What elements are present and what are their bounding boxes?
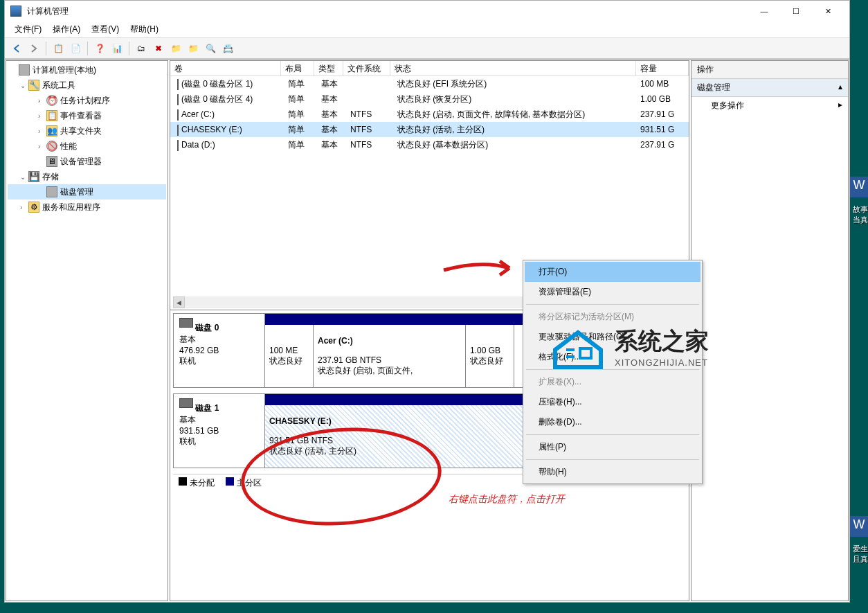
menu-help[interactable]: 帮助(H) [125,21,164,37]
tree-label: 服务和应用程序 [42,202,100,213]
more-actions-label: 更多操作 [711,100,744,112]
tree-shared-folders[interactable]: ›👥 共享文件夹 [8,123,166,139]
chevron-right-icon: ▸ [838,100,842,112]
menu-file[interactable]: 文件(F) [9,21,47,37]
maximize-button[interactable]: ☐ [780,1,812,21]
perf-icon: 🚫 [46,141,57,152]
tree-storage[interactable]: ⌄💾 存储 [8,169,166,184]
col-filesystem[interactable]: 文件系统 [343,61,390,75]
ctx-help[interactable]: 帮助(H) [525,462,700,482]
tree-label: 系统工具 [42,80,75,91]
toolbar-icon[interactable]: 📋 [51,41,66,56]
toolbar-icon[interactable]: 📄 [68,41,83,56]
ctx-properties[interactable]: 属性(P) [525,437,700,457]
actions-section[interactable]: 磁盘管理 ▴ [691,79,848,97]
watermark: 系统之家 XITONGZHIJIA.NET [548,322,709,371]
tree-root-label: 计算机管理(本地) [33,64,96,76]
toolbar-icon[interactable]: 📁 [186,41,201,56]
volume-row[interactable]: CHASESKY (E:)简单基本NTFS状态良好 (活动, 主分区)931.5… [170,122,689,137]
navigation-tree[interactable]: 计算机管理(本地) ⌄🔧 系统工具 ›⏰ 任务计划程序 ›📋 事件查看器 ›👥 … [6,60,168,601]
tree-event-viewer[interactable]: ›📋 事件查看器 [8,108,166,123]
actions-section-label: 磁盘管理 [697,82,730,94]
toolbar: 📋 📄 ❓ 📊 🗂 ✖ 📁 📁 🔍 📇 [5,38,849,59]
toolbar-icon[interactable]: 📊 [109,41,125,56]
tree-label: 任务计划程序 [60,95,110,107]
title-bar: 计算机管理 — ☐ ✕ [5,1,849,21]
disk-icon [179,398,193,408]
tree-performance[interactable]: ›🚫 性能 [8,139,166,154]
desktop-icon-label-2: 爱生 [853,544,868,554]
col-volume[interactable]: 卷 [170,61,281,75]
toolbar-icon[interactable]: 📇 [220,41,235,56]
tree-device-manager[interactable]: 🖥 设备管理器 [8,154,166,169]
tree-services[interactable]: ›⚙ 服务和应用程序 [8,199,166,215]
menu-action[interactable]: 操作(A) [47,21,86,37]
menu-view[interactable]: 查看(V) [86,21,125,37]
col-layout[interactable]: 布局 [281,61,314,75]
tree-disk-management[interactable]: 磁盘管理 [8,184,166,199]
volume-icon [177,140,179,151]
col-status[interactable]: 状态 [390,61,636,75]
actions-header: 操作 [691,61,848,79]
desktop-word-icon-1: W [850,177,868,197]
annotation-arrow [440,253,523,283]
col-capacity[interactable]: 容量 [636,61,689,75]
ctx-open[interactable]: 打开(O) [525,262,700,282]
toolbar-icon[interactable]: 🗂 [134,41,149,56]
forward-button[interactable] [26,41,42,56]
ctx-delete[interactable]: 删除卷(D)... [525,412,700,432]
app-icon [10,6,21,17]
ctx-extend: 扩展卷(X)... [525,372,700,392]
window-title: 计算机管理 [27,6,748,17]
partition[interactable]: Acer (C:)237.91 GB NTFS状态良好 (启动, 页面文件, [314,325,466,387]
watermark-url: XITONGZHIJIA.NET [615,357,709,368]
disk-icon [179,318,193,328]
svg-rect-0 [566,348,575,351]
disk-label[interactable]: 磁盘 1基本931.51 GB联机 [174,394,265,468]
toolbar-icon[interactable]: 🔍 [203,41,218,56]
tree-label: 事件查看器 [60,110,102,122]
legend-unallocated-swatch [179,477,187,486]
volume-row[interactable]: Data (D:)简单基本NTFS状态良好 (基本数据分区)237.91 G [170,137,689,152]
desktop-icon-label-2b: 且真 [853,554,868,565]
device-icon: 🖥 [46,156,57,167]
volume-row[interactable]: Acer (C:)简单基本NTFS状态良好 (启动, 页面文件, 故障转储, 基… [170,107,689,122]
partition[interactable]: 1.00 GB状态良好 [466,325,514,387]
more-actions[interactable]: 更多操作 ▸ [691,97,848,114]
legend-primary-swatch [226,477,234,486]
disk-label[interactable]: 磁盘 0基本476.92 GB联机 [174,314,265,387]
svg-rect-2 [580,348,591,358]
close-button[interactable]: ✕ [812,1,844,21]
tree-label: 性能 [60,141,77,152]
legend-primary-label: 主分区 [237,478,262,488]
watermark-brand: 系统之家 [615,326,709,357]
partition[interactable]: 100 ME状态良好 [265,325,314,387]
legend-unallocated-label: 未分配 [190,478,215,488]
scroll-left-icon[interactable]: ◀ [173,296,185,308]
minimize-button[interactable]: — [748,1,780,21]
chevron-up-icon: ▴ [838,82,842,94]
tree-root[interactable]: 计算机管理(本地) [8,62,166,78]
disk-icon [46,186,57,197]
toolbar-icon[interactable]: 📁 [168,41,183,56]
delete-icon[interactable]: ✖ [151,41,166,56]
help-icon[interactable]: ❓ [92,41,107,56]
tree-label: 磁盘管理 [60,186,93,198]
menu-bar: 文件(F) 操作(A) 查看(V) 帮助(H) [5,21,849,38]
actions-pane: 操作 磁盘管理 ▴ 更多操作 ▸ [691,60,849,601]
tree-label: 设备管理器 [60,156,102,168]
col-type[interactable]: 类型 [314,61,343,75]
desktop-icon-label-1: 故事 [853,204,868,215]
watermark-logo-icon [548,322,608,371]
back-button[interactable] [9,41,24,56]
volume-icon [177,94,179,105]
volume-row[interactable]: (磁盘 0 磁盘分区 1)简单基本状态良好 (EFI 系统分区)100 MB [170,76,689,91]
event-icon: 📋 [46,110,57,121]
ctx-shrink[interactable]: 压缩卷(H)... [525,392,700,412]
ctx-explorer[interactable]: 资源管理器(E) [525,282,700,302]
content-area: 计算机管理(本地) ⌄🔧 系统工具 ›⏰ 任务计划程序 ›📋 事件查看器 ›👥 … [5,59,849,602]
volume-row[interactable]: (磁盘 0 磁盘分区 4)简单基本状态良好 (恢复分区)1.00 GB [170,91,689,107]
tree-task-scheduler[interactable]: ›⏰ 任务计划程序 [8,93,166,108]
tools-icon: 🔧 [28,80,39,91]
tree-system-tools[interactable]: ⌄🔧 系统工具 [8,78,166,93]
